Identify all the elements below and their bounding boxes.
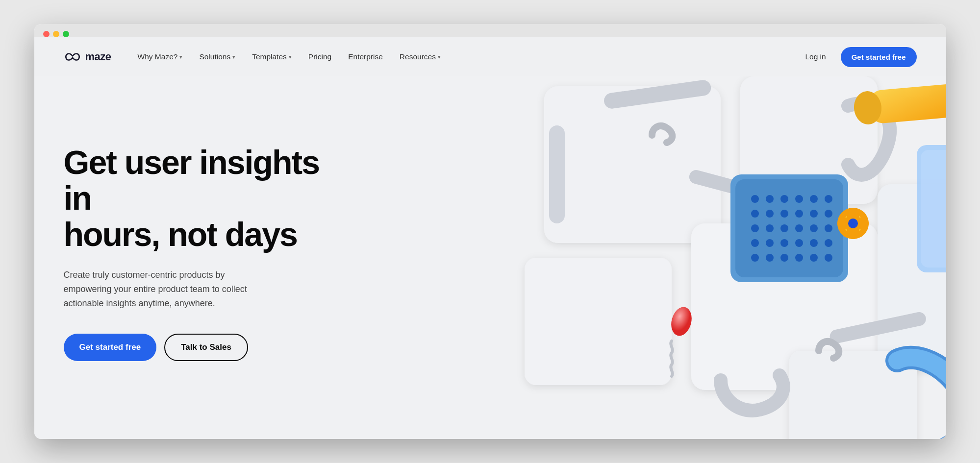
svg-point-33	[751, 239, 759, 247]
svg-point-29	[780, 224, 788, 232]
svg-point-18	[795, 195, 803, 203]
nav-item-enterprise[interactable]: Enterprise	[341, 49, 390, 65]
login-button[interactable]: Log in	[798, 49, 832, 65]
svg-point-17	[780, 195, 788, 203]
svg-rect-7	[549, 125, 565, 223]
svg-rect-4	[525, 258, 672, 385]
nav-links: Why Maze? ▾ Solutions ▾ Templates ▾ Pric…	[131, 49, 448, 65]
hero-section: Get user insights in hours, not days Cre…	[34, 76, 946, 439]
nav-item-templates[interactable]: Templates ▾	[245, 49, 299, 65]
svg-point-23	[780, 210, 788, 218]
nav-item-why-maze[interactable]: Why Maze? ▾	[131, 49, 190, 65]
svg-point-40	[766, 254, 774, 262]
svg-point-51	[668, 305, 694, 338]
svg-point-20	[825, 195, 832, 203]
nav-item-resources[interactable]: Resources ▾	[393, 49, 448, 65]
svg-point-44	[825, 254, 832, 262]
nav-item-solutions[interactable]: Solutions ▾	[192, 49, 242, 65]
svg-rect-53	[921, 150, 946, 268]
chevron-down-icon: ▾	[179, 54, 182, 60]
svg-point-41	[780, 254, 788, 262]
svg-point-19	[810, 195, 818, 203]
svg-point-37	[810, 239, 818, 247]
hero-buttons: Get started free Talk to Sales	[64, 334, 348, 361]
svg-point-43	[810, 254, 818, 262]
nav-right: Log in Get started free	[798, 47, 916, 67]
hero-title: Get user insights in hours, not days	[64, 145, 348, 252]
svg-point-38	[825, 239, 832, 247]
chevron-down-icon: ▾	[289, 54, 292, 60]
svg-point-28	[766, 224, 774, 232]
hero-subtitle: Create truly customer-centric products b…	[64, 268, 270, 310]
svg-point-24	[795, 210, 803, 218]
hero-cta-primary[interactable]: Get started free	[64, 334, 157, 361]
svg-point-35	[780, 239, 788, 247]
svg-point-27	[751, 224, 759, 232]
svg-point-34	[766, 239, 774, 247]
browser-window: maze Why Maze? ▾ Solutions ▾ Templates ▾	[34, 24, 946, 439]
svg-point-22	[766, 210, 774, 218]
svg-point-39	[751, 254, 759, 262]
svg-point-32	[825, 224, 832, 232]
svg-point-36	[795, 239, 803, 247]
svg-point-16	[766, 195, 774, 203]
svg-rect-0	[544, 86, 721, 243]
svg-point-25	[810, 210, 818, 218]
traffic-lights	[43, 31, 69, 37]
nav-cta-button[interactable]: Get started free	[841, 47, 917, 67]
illustration-svg	[446, 76, 946, 439]
minimize-button[interactable]	[53, 31, 59, 37]
nav-left: maze Why Maze? ▾ Solutions ▾ Templates ▾	[64, 49, 448, 65]
navbar: maze Why Maze? ▾ Solutions ▾ Templates ▾	[34, 37, 946, 76]
browser-chrome	[34, 24, 946, 37]
svg-point-15	[751, 195, 759, 203]
hero-content: Get user insights in hours, not days Cre…	[64, 145, 348, 362]
hero-cta-secondary[interactable]: Talk to Sales	[164, 334, 248, 361]
logo-text: maze	[85, 50, 111, 63]
hero-illustration	[446, 76, 946, 439]
close-button[interactable]	[43, 31, 50, 37]
svg-point-30	[795, 224, 803, 232]
svg-point-26	[825, 210, 832, 218]
svg-point-42	[795, 254, 803, 262]
svg-point-21	[751, 210, 759, 218]
nav-item-pricing[interactable]: Pricing	[302, 49, 338, 65]
maze-logo-icon	[64, 51, 81, 63]
logo[interactable]: maze	[64, 50, 111, 63]
svg-point-31	[810, 224, 818, 232]
svg-point-50	[848, 219, 858, 228]
page-content: maze Why Maze? ▾ Solutions ▾ Templates ▾	[34, 37, 946, 439]
chevron-down-icon: ▾	[438, 54, 441, 60]
chevron-down-icon: ▾	[232, 54, 235, 60]
maximize-button[interactable]	[63, 31, 69, 37]
